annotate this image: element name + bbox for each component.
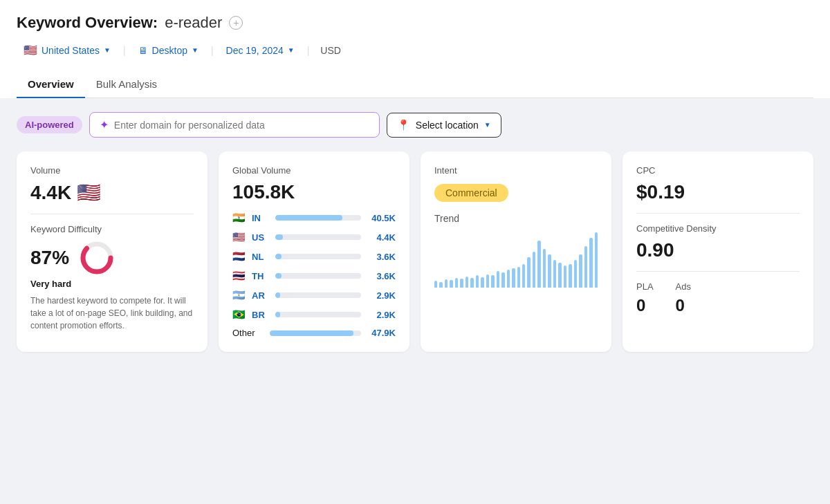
- country-code: US: [252, 232, 270, 243]
- difficulty-description: The hardest keyword to compete for. It w…: [30, 295, 194, 332]
- trend-bar: [445, 279, 448, 288]
- controls-row: 🇺🇸 United States ▼ | 🖥 Desktop ▼ | Dec 1…: [17, 40, 813, 60]
- device-label: Desktop: [152, 45, 187, 56]
- country-code: NL: [252, 252, 270, 262]
- trend-bar: [579, 254, 582, 288]
- trend-bar: [569, 264, 571, 288]
- device-chevron-icon: ▼: [192, 46, 199, 54]
- desktop-icon: 🖥: [138, 45, 148, 56]
- country-code: IN: [252, 213, 270, 223]
- volume-difficulty-card: Volume 4.4K 🇺🇸 Keyword Difficulty 87%: [17, 151, 208, 352]
- country-flag: 🇦🇷: [232, 289, 246, 301]
- trend-bar: [537, 241, 540, 288]
- currency-label: USD: [315, 41, 347, 59]
- date-label: Dec 19, 2024: [226, 45, 284, 56]
- intent-label: Intent: [434, 165, 598, 176]
- separator-1: |: [123, 45, 126, 56]
- trend-bar: [491, 275, 494, 288]
- keyword-name: e-reader: [165, 14, 222, 32]
- trend-bar: [517, 267, 520, 288]
- trend-bar: [486, 274, 489, 288]
- pla-ads-row: PLA 0 Ads 0: [636, 281, 800, 315]
- country-bar-fill: [275, 215, 342, 221]
- other-value: 47.9K: [367, 328, 396, 338]
- country-bar-fill: [275, 312, 280, 317]
- country-row: 🇹🇭 TH 3.6K: [232, 270, 396, 282]
- domain-input-wrapper[interactable]: ✦: [89, 112, 380, 138]
- global-volume-value: 105.8K: [232, 181, 396, 203]
- country-flag: 🇳🇱: [232, 250, 246, 263]
- location-chevron-icon: ▼: [104, 46, 111, 54]
- other-row: Other 47.9K: [232, 328, 396, 338]
- country-bar-fill: [275, 254, 282, 259]
- content-area: AI-powered ✦ 📍 Select location ▼ Volume …: [17, 98, 813, 352]
- country-bar-track: [275, 254, 361, 259]
- global-volume-card: Global Volume 105.8K 🇮🇳 IN 40.5K 🇺🇸 US 4…: [219, 151, 409, 352]
- trend-bar: [476, 275, 479, 288]
- app-container: Keyword Overview: e-reader + 🇺🇸 United S…: [0, 0, 830, 504]
- volume-flag: 🇺🇸: [77, 181, 101, 204]
- trend-bar: [558, 263, 561, 288]
- volume-label: Volume: [30, 165, 194, 176]
- tab-overview[interactable]: Overview: [17, 71, 85, 98]
- trend-bar: [481, 277, 483, 288]
- cards-grid: Volume 4.4K 🇺🇸 Keyword Difficulty 87%: [17, 151, 813, 352]
- difficulty-ring-chart: [79, 240, 115, 276]
- trend-bar: [507, 270, 510, 288]
- trend-bar: [527, 257, 530, 288]
- country-row: 🇮🇳 IN 40.5K: [232, 212, 396, 224]
- card-divider-1: [30, 214, 194, 214]
- trend-label: Trend: [434, 213, 598, 224]
- tab-bulk-analysis[interactable]: Bulk Analysis: [85, 71, 168, 98]
- device-button[interactable]: 🖥 Desktop ▼: [131, 41, 205, 59]
- trend-bar: [553, 260, 556, 288]
- country-bar-fill: [275, 234, 283, 240]
- country-bar-track: [275, 292, 361, 298]
- country-value: 4.4K: [367, 232, 396, 243]
- card-divider-cpc: [636, 213, 800, 214]
- intent-trend-card: Intent Commercial Trend: [421, 151, 611, 352]
- country-bar-track: [275, 312, 361, 317]
- country-row: 🇦🇷 AR 2.9K: [232, 289, 396, 301]
- separator-3: |: [307, 45, 310, 56]
- other-bar-track: [270, 330, 361, 336]
- domain-input[interactable]: [114, 120, 369, 131]
- trend-bar: [434, 281, 437, 288]
- trend-bar: [455, 278, 458, 288]
- ads-value: 0: [676, 296, 691, 315]
- separator-2: |: [211, 45, 214, 56]
- country-code: TH: [252, 271, 270, 281]
- other-label: Other: [232, 328, 264, 338]
- trend-chart: [434, 232, 598, 288]
- country-value: 2.9K: [367, 290, 396, 301]
- location-select-label: Select location: [416, 120, 479, 131]
- cpc-label: CPC: [636, 165, 800, 176]
- location-button[interactable]: 🇺🇸 United States ▼: [17, 40, 118, 60]
- location-label: United States: [42, 45, 100, 56]
- country-flag: 🇧🇷: [232, 308, 246, 321]
- trend-bar: [460, 279, 463, 288]
- card-divider-comp: [636, 271, 800, 272]
- ai-powered-badge: AI-powered: [17, 116, 82, 133]
- country-value: 2.9K: [367, 310, 396, 320]
- comp-density-value: 0.90: [636, 239, 800, 261]
- country-flag: 🇺🇸: [232, 231, 246, 243]
- trend-bar: [522, 264, 525, 288]
- location-select-button[interactable]: 📍 Select location ▼: [387, 113, 501, 138]
- location-pin-icon: 📍: [397, 119, 410, 131]
- trend-bar: [543, 249, 546, 288]
- date-chevron-icon: ▼: [288, 46, 295, 54]
- add-keyword-icon[interactable]: +: [229, 16, 243, 30]
- trend-bar: [465, 277, 468, 288]
- trend-bar: [470, 278, 473, 288]
- ai-bar: AI-powered ✦ 📍 Select location ▼: [17, 112, 813, 138]
- country-value: 40.5K: [367, 213, 396, 223]
- country-list: 🇮🇳 IN 40.5K 🇺🇸 US 4.4K 🇳🇱 NL 3.6K 🇹🇭 TH: [232, 212, 396, 321]
- ads-label: Ads: [676, 281, 691, 292]
- date-button[interactable]: Dec 19, 2024 ▼: [219, 41, 302, 59]
- pla-section: PLA 0: [636, 281, 654, 315]
- country-row: 🇳🇱 NL 3.6K: [232, 250, 396, 263]
- competitive-density-section: Competitive Density 0.90: [636, 223, 800, 261]
- tabs-row: Overview Bulk Analysis: [17, 71, 813, 98]
- trend-bar: [564, 265, 566, 288]
